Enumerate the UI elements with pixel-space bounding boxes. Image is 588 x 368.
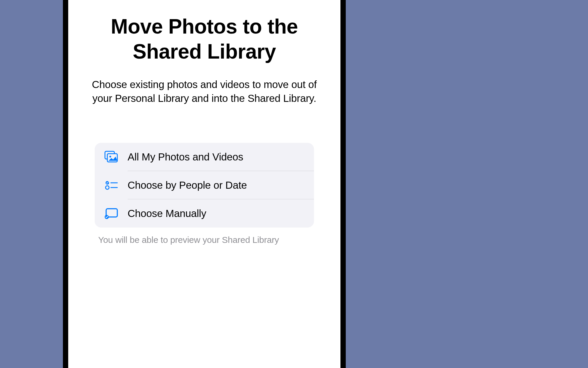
- option-label: Choose by People or Date: [128, 179, 247, 191]
- photos-stack-icon: [104, 150, 119, 164]
- svg-point-5: [106, 186, 109, 189]
- filter-list-icon: [104, 178, 119, 192]
- option-manual[interactable]: Choose Manually: [95, 199, 314, 228]
- svg-point-2: [109, 156, 111, 158]
- option-all-photos[interactable]: All My Photos and Videos: [95, 143, 314, 171]
- screen-content: Move Photos to the Shared Library Choose…: [68, 0, 340, 368]
- page-subtitle: Choose existing photos and videos to mov…: [80, 77, 329, 105]
- footer-hint: You will be able to preview your Shared …: [98, 234, 310, 246]
- option-people-date[interactable]: Choose by People or Date: [95, 171, 314, 199]
- option-label: Choose Manually: [128, 208, 206, 219]
- page-title: Move Photos to the Shared Library: [80, 14, 329, 64]
- option-label: All My Photos and Videos: [128, 151, 243, 163]
- select-rect-icon: [104, 206, 119, 221]
- options-card: All My Photos and Videos Choose by Peopl…: [95, 143, 314, 228]
- device-frame: Move Photos to the Shared Library Choose…: [63, 0, 346, 368]
